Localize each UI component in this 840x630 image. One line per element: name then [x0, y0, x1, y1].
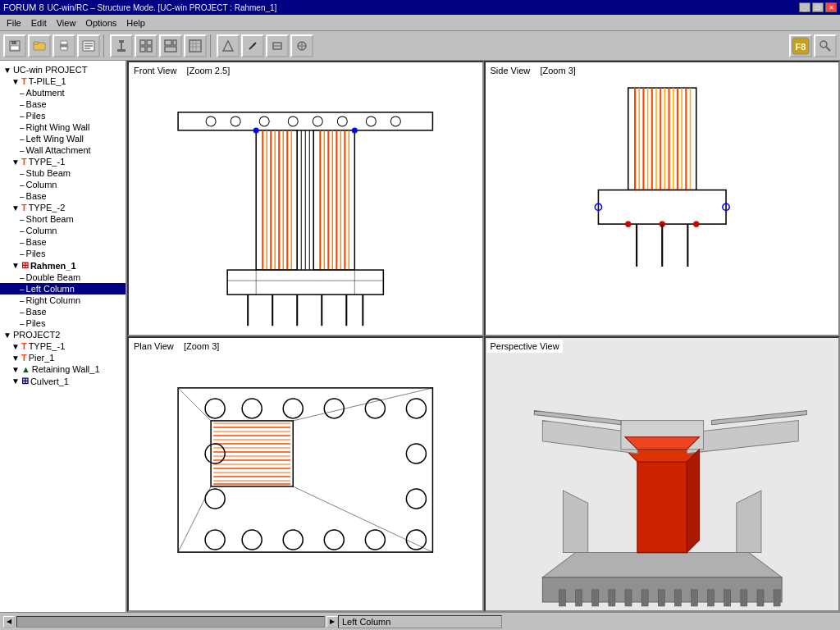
- tree-project2[interactable]: ▼ PROJECT2: [0, 329, 126, 340]
- menu-file[interactable]: File: [2, 16, 26, 30]
- tree-ucwin-project[interactable]: ▼ UC-win PROJECT: [0, 64, 126, 75]
- svg-point-82: [352, 128, 357, 133]
- tool-button-2[interactable]: [241, 34, 264, 57]
- tree-label: Right Wing Wall: [26, 122, 90, 132]
- svg-rect-17: [140, 47, 145, 52]
- separator-1: [103, 34, 107, 57]
- svg-point-45: [337, 116, 347, 126]
- tree-tpile1[interactable]: ▼ T T-PILE_1: [0, 75, 126, 87]
- side-view-panel[interactable]: Side View [Zoom 3]: [484, 61, 841, 336]
- svg-rect-18: [147, 47, 152, 52]
- open-button[interactable]: [28, 34, 51, 57]
- tree-right-column[interactable]: – Right Column: [0, 294, 126, 306]
- svg-point-37: [820, 41, 827, 48]
- scroll-left-button[interactable]: ◀: [3, 616, 15, 628]
- tree-piles3[interactable]: – Piles: [0, 317, 126, 329]
- menu-options[interactable]: Options: [80, 16, 121, 30]
- print-button[interactable]: [52, 34, 75, 57]
- tree-pier1[interactable]: ▼ T Pier_1: [0, 352, 126, 363]
- menu-view[interactable]: View: [52, 16, 81, 30]
- svg-rect-163: [637, 462, 687, 553]
- menu-edit[interactable]: Edit: [26, 16, 52, 30]
- svg-rect-12: [119, 40, 124, 43]
- tree-label: Base: [26, 307, 47, 317]
- status-bar: ◀ ▶ Left Column: [0, 612, 840, 630]
- maximize-button[interactable]: □: [812, 2, 824, 12]
- window-controls[interactable]: _ □ ✕: [799, 2, 837, 12]
- view-button-1[interactable]: [135, 34, 158, 57]
- tree-label: Piles: [26, 111, 46, 121]
- status-text: Left Column: [342, 617, 390, 627]
- tree-type2[interactable]: ▼ T TYPE_-2: [0, 202, 126, 213]
- tree-wall-attachment[interactable]: – Wall Attachment: [0, 144, 126, 156]
- properties-button[interactable]: [77, 34, 100, 57]
- project-tree[interactable]: ▼ UC-win PROJECT ▼ T T-PILE_1 – Abutment…: [0, 61, 127, 612]
- rw-icon: ▲: [21, 364, 30, 374]
- perspective-view-label: Perspective View: [487, 340, 563, 353]
- right-tool-1[interactable]: F8: [789, 34, 812, 57]
- dash-icon: –: [20, 146, 25, 155]
- svg-point-101: [625, 221, 630, 226]
- tree-left-wing-wall[interactable]: – Left Wing Wall: [0, 133, 126, 144]
- grid-button[interactable]: [184, 34, 207, 57]
- tree-abutment[interactable]: – Abutment: [0, 87, 126, 98]
- tree-piles1[interactable]: – Piles: [0, 110, 126, 121]
- scroll-right-button[interactable]: ▶: [326, 616, 338, 628]
- tree-label: Short Beam: [26, 214, 74, 224]
- tree-column1[interactable]: – Column: [0, 179, 126, 190]
- expand-icon: ▼: [11, 77, 20, 86]
- menu-help[interactable]: Help: [121, 16, 150, 30]
- tree-base2[interactable]: – Base: [0, 190, 126, 202]
- svg-rect-157: [724, 590, 730, 606]
- app-name: FORUM 8: [3, 2, 44, 12]
- expand-icon: ▼: [3, 331, 11, 340]
- scroll-track[interactable]: [16, 616, 325, 628]
- tree-left-column[interactable]: – Left Column: [0, 283, 126, 294]
- status-text-panel: Left Column: [338, 615, 502, 628]
- tree-base4[interactable]: – Base: [0, 306, 126, 317]
- plan-view-label: Plan View [Zoom 3]: [130, 340, 222, 353]
- tree-label: Wall Attachment: [26, 145, 91, 155]
- front-view-panel[interactable]: Front View [Zoom 2.5]: [127, 61, 484, 336]
- tree-stub-beam[interactable]: – Stub Beam: [0, 167, 126, 179]
- svg-rect-6: [61, 41, 67, 44]
- tree-culvert1[interactable]: ▼ ⊞ Culvert_1: [0, 375, 126, 387]
- save-button[interactable]: [3, 34, 26, 57]
- tool-button-3[interactable]: [266, 34, 289, 57]
- right-tool-2[interactable]: [814, 34, 837, 57]
- tree-base3[interactable]: – Base: [0, 236, 126, 248]
- tree-label: Abutment: [26, 88, 65, 98]
- view-button-2[interactable]: [159, 34, 182, 57]
- tree-short-beam[interactable]: – Short Beam: [0, 213, 126, 225]
- expand-icon: ▼: [11, 342, 20, 351]
- structure-button[interactable]: [110, 34, 133, 57]
- svg-rect-4: [34, 42, 39, 44]
- svg-marker-170: [687, 450, 699, 553]
- tree-label: Left Column: [26, 284, 75, 294]
- tree-column2[interactable]: – Column: [0, 225, 126, 236]
- side-view-label: Side View [Zoom 3]: [487, 64, 579, 77]
- tree-rahmen1[interactable]: ▼ ⊞ Rahmen_1: [0, 259, 126, 272]
- plan-view-panel[interactable]: Plan View [Zoom 3]: [127, 336, 484, 612]
- dash-icon: –: [20, 192, 25, 201]
- svg-rect-154: [674, 590, 681, 606]
- tree-right-wing-wall[interactable]: – Right Wing Wall: [0, 121, 126, 133]
- svg-rect-13: [121, 43, 122, 49]
- tree-type1-p2[interactable]: ▼ T TYPE_-1: [0, 340, 126, 352]
- tool-button-1[interactable]: [217, 34, 240, 57]
- separator-2: [210, 34, 213, 57]
- tree-retaining-wall1[interactable]: ▼ ▲ Retaining Wall_1: [0, 363, 126, 375]
- close-button[interactable]: ✕: [825, 2, 837, 12]
- tree-label: Right Column: [26, 295, 81, 305]
- svg-rect-22: [189, 40, 201, 52]
- dash-icon: –: [20, 226, 25, 235]
- tree-type1[interactable]: ▼ T TYPE_-1: [0, 156, 126, 167]
- tool-button-4[interactable]: [290, 34, 313, 57]
- svg-rect-151: [624, 590, 631, 606]
- tree-piles2[interactable]: – Piles: [0, 248, 126, 259]
- perspective-view-panel[interactable]: Perspective View: [484, 336, 841, 612]
- tree-base1[interactable]: – Base: [0, 98, 126, 110]
- tree-label: Left Wing Wall: [26, 134, 84, 144]
- tree-double-beam[interactable]: – Double Beam: [0, 272, 126, 283]
- minimize-button[interactable]: _: [799, 2, 810, 12]
